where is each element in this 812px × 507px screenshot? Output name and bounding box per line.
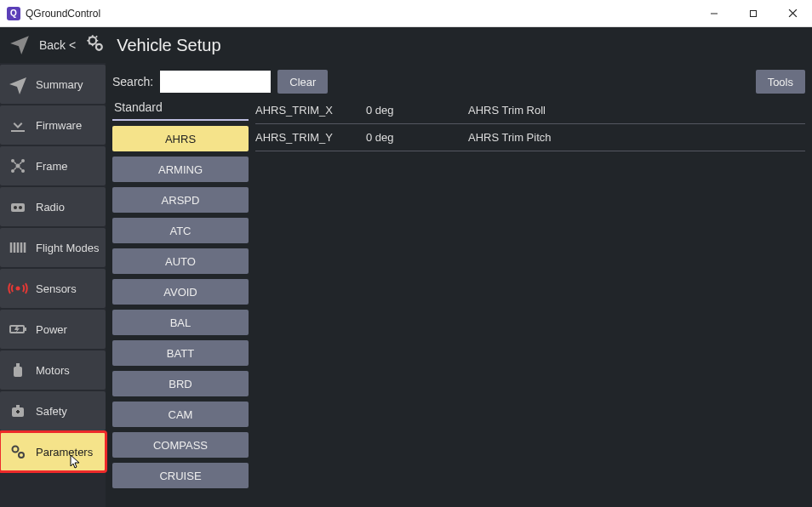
category-item-auto[interactable]: AUTO bbox=[112, 248, 249, 274]
sidebar: Summary Firmware Frame Radio Flight Mode… bbox=[0, 63, 106, 507]
sidebar-item-motors[interactable]: Motors bbox=[0, 350, 106, 390]
motors-icon bbox=[7, 359, 29, 381]
modes-icon bbox=[7, 236, 29, 259]
category-item-brd[interactable]: BRD bbox=[112, 371, 249, 396]
svg-line-14 bbox=[20, 168, 22, 170]
main: Summary Firmware Frame Radio Flight Mode… bbox=[0, 63, 812, 507]
table-row[interactable]: AHRS_TRIM_X 0 deg AHRS Trim Roll bbox=[255, 97, 805, 124]
svg-point-6 bbox=[11, 159, 14, 162]
search-input[interactable] bbox=[160, 71, 271, 93]
svg-line-13 bbox=[14, 168, 17, 170]
sidebar-item-parameters[interactable]: Parameters bbox=[0, 432, 106, 471]
radio-icon bbox=[7, 196, 29, 218]
sidebar-item-safety[interactable]: Safety bbox=[0, 391, 106, 430]
app-root: Back < Vehicle Setup Summary Firmware Fr… bbox=[0, 27, 812, 507]
content: Search: Clear Tools Standard AHRS ARMING… bbox=[106, 63, 812, 507]
svg-point-8 bbox=[11, 169, 14, 173]
svg-rect-20 bbox=[25, 328, 26, 331]
window-title: QGroundControl bbox=[26, 8, 100, 20]
category-item-arspd[interactable]: ARSPD bbox=[112, 187, 249, 213]
table-row[interactable]: AHRS_TRIM_Y 0 deg AHRS Trim Pitch bbox=[255, 124, 805, 151]
sensors-icon bbox=[7, 277, 29, 299]
window-titlebar: Q QGroundControl bbox=[0, 0, 812, 27]
power-icon bbox=[7, 318, 29, 340]
safety-icon bbox=[7, 400, 29, 422]
svg-point-25 bbox=[13, 447, 19, 453]
svg-point-10 bbox=[16, 164, 20, 168]
gears-icon bbox=[84, 32, 106, 58]
parameter-table: AHRS_TRIM_X 0 deg AHRS Trim Roll AHRS_TR… bbox=[255, 97, 805, 507]
plane-icon bbox=[7, 73, 29, 95]
param-desc: AHRS Trim Roll bbox=[468, 104, 805, 117]
category-item-avoid[interactable]: AVOID bbox=[112, 279, 249, 305]
svg-point-17 bbox=[19, 206, 22, 209]
frame-icon bbox=[7, 155, 29, 177]
param-value: 0 deg bbox=[366, 131, 468, 144]
close-button[interactable] bbox=[773, 0, 812, 27]
sidebar-item-summary[interactable]: Summary bbox=[0, 65, 106, 104]
svg-line-12 bbox=[20, 162, 22, 165]
svg-rect-21 bbox=[14, 367, 22, 377]
window-controls bbox=[695, 0, 812, 27]
category-item-bal[interactable]: BAL bbox=[112, 310, 249, 335]
svg-point-9 bbox=[21, 169, 25, 173]
sidebar-item-label: Flight Modes bbox=[36, 242, 99, 254]
search-row: Search: Clear Tools bbox=[112, 66, 805, 97]
sidebar-item-label: Frame bbox=[36, 160, 68, 173]
app-icon: Q bbox=[7, 7, 20, 20]
sidebar-item-label: Sensors bbox=[36, 282, 77, 295]
param-name: AHRS_TRIM_Y bbox=[255, 131, 366, 144]
page-title: Vehicle Setup bbox=[117, 36, 220, 55]
category-header: Standard bbox=[112, 97, 249, 121]
download-icon bbox=[7, 114, 29, 136]
category-item-cruise[interactable]: CRUISE bbox=[112, 463, 249, 488]
sidebar-item-power[interactable]: Power bbox=[0, 310, 106, 349]
sidebar-item-label: Motors bbox=[36, 364, 70, 377]
category-item-batt[interactable]: BATT bbox=[112, 340, 249, 366]
param-value: 0 deg bbox=[366, 104, 468, 117]
param-desc: AHRS Trim Pitch bbox=[468, 131, 805, 144]
sidebar-item-sensors[interactable]: Sensors bbox=[0, 269, 106, 308]
sidebar-item-label: Summary bbox=[36, 78, 83, 91]
category-item-cam[interactable]: CAM bbox=[112, 402, 249, 427]
svg-rect-1 bbox=[751, 10, 757, 16]
sidebar-item-label: Radio bbox=[36, 201, 65, 214]
sidebar-item-flight-modes[interactable]: Flight Modes bbox=[0, 228, 106, 267]
sidebar-item-label: Parameters bbox=[36, 446, 93, 459]
category-item-compass[interactable]: COMPASS bbox=[112, 432, 249, 458]
svg-point-7 bbox=[21, 159, 25, 162]
svg-point-26 bbox=[19, 453, 24, 458]
svg-rect-15 bbox=[11, 203, 25, 212]
svg-rect-22 bbox=[16, 363, 20, 367]
svg-point-18 bbox=[16, 287, 20, 291]
topbar: Back < Vehicle Setup bbox=[0, 27, 812, 63]
sidebar-item-label: Firmware bbox=[36, 119, 82, 132]
sidebar-item-firmware[interactable]: Firmware bbox=[0, 105, 106, 145]
sidebar-item-frame[interactable]: Frame bbox=[0, 146, 106, 185]
sidebar-item-label: Safety bbox=[36, 405, 67, 418]
category-column: Standard AHRS ARMING ARSPD ATC AUTO AVOI… bbox=[112, 97, 249, 507]
category-item-atc[interactable]: ATC bbox=[112, 218, 249, 243]
search-label: Search: bbox=[112, 75, 153, 88]
sidebar-item-label: Power bbox=[36, 323, 67, 336]
maximize-button[interactable] bbox=[734, 0, 773, 27]
plane-icon[interactable] bbox=[9, 32, 31, 58]
param-name: AHRS_TRIM_X bbox=[255, 104, 366, 117]
cursor-icon bbox=[70, 454, 82, 473]
svg-rect-24 bbox=[16, 405, 20, 408]
category-item-arming[interactable]: ARMING bbox=[112, 157, 249, 182]
clear-button[interactable]: Clear bbox=[277, 70, 328, 94]
minimize-button[interactable] bbox=[695, 0, 734, 27]
back-link[interactable]: Back < bbox=[39, 38, 76, 52]
category-list: AHRS ARMING ARSPD ATC AUTO AVOID BAL BAT… bbox=[112, 126, 249, 488]
sidebar-item-radio[interactable]: Radio bbox=[0, 187, 106, 226]
body-row: Standard AHRS ARMING ARSPD ATC AUTO AVOI… bbox=[112, 97, 805, 507]
gears-icon bbox=[7, 441, 29, 463]
svg-point-16 bbox=[14, 206, 17, 209]
category-item-ahrs[interactable]: AHRS bbox=[112, 126, 249, 151]
tools-button[interactable]: Tools bbox=[756, 70, 805, 94]
svg-line-11 bbox=[14, 162, 17, 165]
